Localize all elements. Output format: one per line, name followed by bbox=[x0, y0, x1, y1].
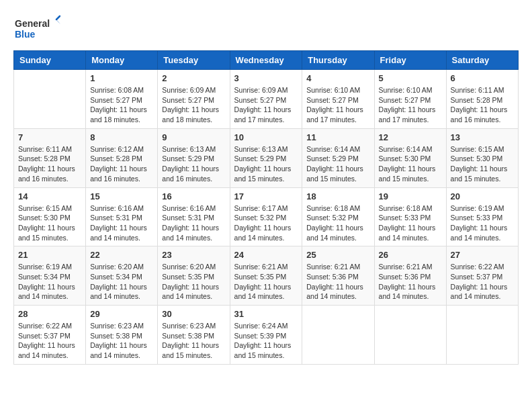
day-info: Sunrise: 6:22 AM Sunset: 5:37 PM Dayligh… bbox=[451, 262, 514, 302]
day-info: Sunrise: 6:09 AM Sunset: 5:27 PM Dayligh… bbox=[234, 85, 298, 125]
calendar-cell bbox=[446, 306, 518, 365]
calendar-cell: 14Sunrise: 6:15 AM Sunset: 5:30 PM Dayli… bbox=[14, 187, 86, 246]
calendar-cell: 30Sunrise: 6:23 AM Sunset: 5:38 PM Dayli… bbox=[158, 306, 230, 365]
day-number: 2 bbox=[162, 73, 225, 83]
day-number: 19 bbox=[379, 191, 442, 201]
day-info: Sunrise: 6:15 AM Sunset: 5:30 PM Dayligh… bbox=[451, 144, 514, 184]
day-number: 15 bbox=[90, 191, 153, 201]
calendar-cell: 8Sunrise: 6:12 AM Sunset: 5:28 PM Daylig… bbox=[86, 128, 158, 187]
calendar-cell: 10Sunrise: 6:13 AM Sunset: 5:29 PM Dayli… bbox=[230, 128, 302, 187]
day-number: 14 bbox=[18, 191, 81, 201]
day-number: 25 bbox=[306, 250, 369, 260]
day-number: 3 bbox=[234, 73, 298, 83]
calendar-cell: 27Sunrise: 6:22 AM Sunset: 5:37 PM Dayli… bbox=[446, 246, 518, 306]
col-header-tuesday: Tuesday bbox=[158, 51, 230, 70]
day-number: 21 bbox=[18, 250, 81, 260]
col-header-friday: Friday bbox=[374, 51, 446, 70]
day-info: Sunrise: 6:14 AM Sunset: 5:30 PM Dayligh… bbox=[379, 144, 442, 184]
calendar-cell: 31Sunrise: 6:24 AM Sunset: 5:39 PM Dayli… bbox=[230, 306, 302, 365]
svg-line-3 bbox=[56, 16, 60, 19]
day-info: Sunrise: 6:08 AM Sunset: 5:27 PM Dayligh… bbox=[90, 85, 153, 125]
day-number: 9 bbox=[162, 132, 225, 142]
col-header-saturday: Saturday bbox=[446, 51, 518, 70]
col-header-thursday: Thursday bbox=[302, 51, 374, 70]
day-info: Sunrise: 6:13 AM Sunset: 5:29 PM Dayligh… bbox=[234, 144, 298, 184]
calendar-cell: 17Sunrise: 6:17 AM Sunset: 5:32 PM Dayli… bbox=[230, 187, 302, 246]
calendar-cell: 11Sunrise: 6:14 AM Sunset: 5:29 PM Dayli… bbox=[302, 128, 374, 187]
calendar-cell: 26Sunrise: 6:21 AM Sunset: 5:36 PM Dayli… bbox=[374, 246, 446, 306]
calendar-cell: 7Sunrise: 6:11 AM Sunset: 5:28 PM Daylig… bbox=[14, 128, 86, 187]
day-number: 30 bbox=[162, 309, 225, 319]
day-info: Sunrise: 6:09 AM Sunset: 5:27 PM Dayligh… bbox=[162, 85, 225, 125]
svg-text:Blue: Blue bbox=[15, 29, 36, 40]
day-info: Sunrise: 6:21 AM Sunset: 5:36 PM Dayligh… bbox=[379, 262, 442, 302]
calendar-cell: 16Sunrise: 6:16 AM Sunset: 5:31 PM Dayli… bbox=[158, 187, 230, 246]
calendar-cell: 3Sunrise: 6:09 AM Sunset: 5:27 PM Daylig… bbox=[230, 70, 302, 129]
day-number: 5 bbox=[379, 73, 442, 83]
day-info: Sunrise: 6:17 AM Sunset: 5:32 PM Dayligh… bbox=[234, 203, 298, 243]
col-header-monday: Monday bbox=[86, 51, 158, 70]
day-info: Sunrise: 6:21 AM Sunset: 5:35 PM Dayligh… bbox=[234, 262, 298, 302]
col-header-sunday: Sunday bbox=[14, 51, 86, 70]
calendar-cell bbox=[302, 306, 374, 365]
day-info: Sunrise: 6:11 AM Sunset: 5:28 PM Dayligh… bbox=[451, 85, 514, 125]
day-number: 8 bbox=[90, 132, 153, 142]
day-number: 10 bbox=[234, 132, 298, 142]
calendar-cell: 20Sunrise: 6:19 AM Sunset: 5:33 PM Dayli… bbox=[446, 187, 518, 246]
calendar-cell: 2Sunrise: 6:09 AM Sunset: 5:27 PM Daylig… bbox=[158, 70, 230, 129]
calendar-cell: 18Sunrise: 6:18 AM Sunset: 5:32 PM Dayli… bbox=[302, 187, 374, 246]
logo: General Blue bbox=[13, 13, 60, 44]
calendar-cell: 15Sunrise: 6:16 AM Sunset: 5:31 PM Dayli… bbox=[86, 187, 158, 246]
day-info: Sunrise: 6:20 AM Sunset: 5:34 PM Dayligh… bbox=[90, 262, 153, 302]
day-number: 27 bbox=[451, 250, 514, 260]
calendar-cell: 6Sunrise: 6:11 AM Sunset: 5:28 PM Daylig… bbox=[446, 70, 518, 129]
day-number: 26 bbox=[379, 250, 442, 260]
day-info: Sunrise: 6:13 AM Sunset: 5:29 PM Dayligh… bbox=[162, 144, 225, 184]
calendar-cell: 25Sunrise: 6:21 AM Sunset: 5:36 PM Dayli… bbox=[302, 246, 374, 306]
day-number: 6 bbox=[451, 73, 514, 83]
day-info: Sunrise: 6:16 AM Sunset: 5:31 PM Dayligh… bbox=[90, 203, 153, 243]
svg-text:General: General bbox=[15, 18, 50, 29]
day-number: 17 bbox=[234, 191, 298, 201]
day-info: Sunrise: 6:23 AM Sunset: 5:38 PM Dayligh… bbox=[90, 321, 153, 361]
page-header: General Blue bbox=[13, 13, 519, 44]
calendar-cell: 19Sunrise: 6:18 AM Sunset: 5:33 PM Dayli… bbox=[374, 187, 446, 246]
day-number: 18 bbox=[306, 191, 369, 201]
day-number: 13 bbox=[451, 132, 514, 142]
day-number: 12 bbox=[379, 132, 442, 142]
day-number: 28 bbox=[18, 309, 81, 319]
day-number: 23 bbox=[162, 250, 225, 260]
day-number: 20 bbox=[451, 191, 514, 201]
calendar-cell: 12Sunrise: 6:14 AM Sunset: 5:30 PM Dayli… bbox=[374, 128, 446, 187]
calendar-cell: 21Sunrise: 6:19 AM Sunset: 5:34 PM Dayli… bbox=[14, 246, 86, 306]
day-number: 1 bbox=[90, 73, 153, 83]
day-number: 29 bbox=[90, 309, 153, 319]
day-info: Sunrise: 6:19 AM Sunset: 5:33 PM Dayligh… bbox=[451, 203, 514, 243]
calendar-cell: 29Sunrise: 6:23 AM Sunset: 5:38 PM Dayli… bbox=[86, 306, 158, 365]
day-info: Sunrise: 6:24 AM Sunset: 5:39 PM Dayligh… bbox=[234, 321, 298, 361]
day-info: Sunrise: 6:18 AM Sunset: 5:33 PM Dayligh… bbox=[379, 203, 442, 243]
calendar-cell: 1Sunrise: 6:08 AM Sunset: 5:27 PM Daylig… bbox=[86, 70, 158, 129]
logo-svg: General Blue bbox=[13, 13, 60, 44]
day-info: Sunrise: 6:10 AM Sunset: 5:27 PM Dayligh… bbox=[306, 85, 369, 125]
day-number: 7 bbox=[18, 132, 81, 142]
day-number: 4 bbox=[306, 73, 369, 83]
day-number: 31 bbox=[234, 309, 298, 319]
calendar-cell: 5Sunrise: 6:10 AM Sunset: 5:27 PM Daylig… bbox=[374, 70, 446, 129]
calendar-table: SundayMondayTuesdayWednesdayThursdayFrid… bbox=[13, 50, 519, 365]
calendar-cell bbox=[14, 70, 86, 129]
calendar-cell bbox=[374, 306, 446, 365]
day-info: Sunrise: 6:11 AM Sunset: 5:28 PM Dayligh… bbox=[18, 144, 81, 184]
day-info: Sunrise: 6:10 AM Sunset: 5:27 PM Dayligh… bbox=[379, 85, 442, 125]
calendar-cell: 4Sunrise: 6:10 AM Sunset: 5:27 PM Daylig… bbox=[302, 70, 374, 129]
day-info: Sunrise: 6:16 AM Sunset: 5:31 PM Dayligh… bbox=[162, 203, 225, 243]
day-info: Sunrise: 6:19 AM Sunset: 5:34 PM Dayligh… bbox=[18, 262, 81, 302]
day-info: Sunrise: 6:12 AM Sunset: 5:28 PM Dayligh… bbox=[90, 144, 153, 184]
calendar-cell: 23Sunrise: 6:20 AM Sunset: 5:35 PM Dayli… bbox=[158, 246, 230, 306]
day-info: Sunrise: 6:21 AM Sunset: 5:36 PM Dayligh… bbox=[306, 262, 369, 302]
day-info: Sunrise: 6:15 AM Sunset: 5:30 PM Dayligh… bbox=[18, 203, 81, 243]
day-info: Sunrise: 6:23 AM Sunset: 5:38 PM Dayligh… bbox=[162, 321, 225, 361]
calendar-cell: 22Sunrise: 6:20 AM Sunset: 5:34 PM Dayli… bbox=[86, 246, 158, 306]
day-info: Sunrise: 6:18 AM Sunset: 5:32 PM Dayligh… bbox=[306, 203, 369, 243]
calendar-cell: 13Sunrise: 6:15 AM Sunset: 5:30 PM Dayli… bbox=[446, 128, 518, 187]
